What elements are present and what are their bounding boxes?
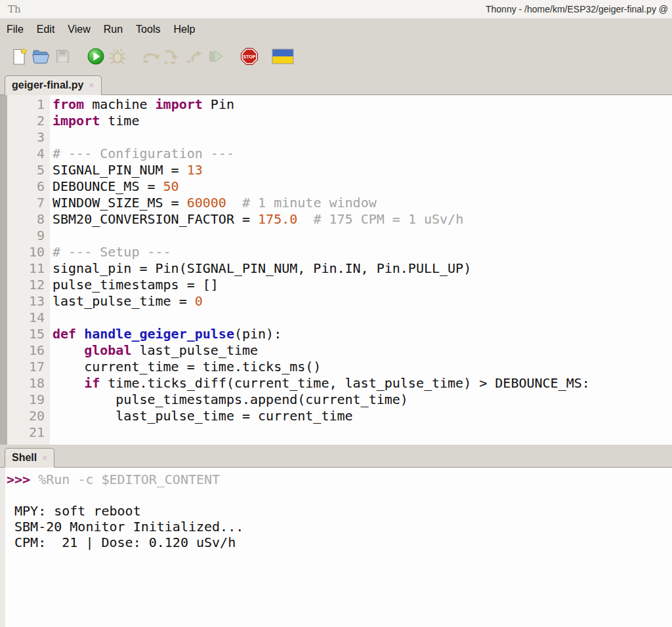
menu-file[interactable]: File xyxy=(0,21,30,38)
menu-view[interactable]: View xyxy=(61,21,96,38)
code-token: # --- Setup --- xyxy=(52,244,171,260)
code-area[interactable]: from machine import Pinimport time# --- … xyxy=(50,95,672,445)
code-line-9[interactable] xyxy=(52,228,672,244)
window-title: Thonny - /home/km/ESP32/geiger-final.py … xyxy=(486,4,668,14)
line-number: 18 xyxy=(7,375,45,392)
code-line-1[interactable]: from machine import Pin xyxy=(52,96,672,113)
line-number: 17 xyxy=(7,359,45,375)
code-token: 60000 xyxy=(187,195,226,211)
line-number: 3 xyxy=(7,129,45,146)
code-line-17[interactable]: current_time = time.ticks_ms() xyxy=(52,359,672,375)
debug-current-script-button xyxy=(108,46,127,67)
line-number: 4 xyxy=(7,146,45,162)
code-line-8[interactable]: SBM20_CONVERSION_FACTOR = 175.0 # 175 CP… xyxy=(52,211,672,228)
code-token: import xyxy=(52,113,100,129)
line-number: 16 xyxy=(7,342,45,359)
toolbar: STOP xyxy=(0,40,672,72)
code-token: SIGNAL_PIN_NUM = xyxy=(52,162,187,178)
line-number-gutter: 123456789101112131415161718192021 xyxy=(7,95,50,445)
run-current-script-icon xyxy=(87,47,105,66)
editor-left-sash xyxy=(0,95,7,445)
shell-panel[interactable]: >>> %Run -c $EDITOR_CONTENT MPY: soft re… xyxy=(0,468,672,627)
toolbar-group xyxy=(86,46,127,67)
code-line-5[interactable]: SIGNAL_PIN_NUM = 13 xyxy=(52,162,672,178)
code-token: # --- Configuration --- xyxy=(52,146,234,161)
code-line-11[interactable]: signal_pin = Pin(SIGNAL_PIN_NUM, Pin.IN,… xyxy=(52,260,672,277)
run-current-script-button[interactable] xyxy=(86,46,106,67)
code-line-12[interactable]: pulse_timestamps = [] xyxy=(52,277,672,293)
code-line-15[interactable]: def handle_geiger_pulse(pin): xyxy=(52,326,672,342)
code-line-21[interactable] xyxy=(52,424,672,441)
code-token: from xyxy=(52,96,84,112)
code-token: pulse_timestamps.append(current_time) xyxy=(52,392,408,407)
menu-bar: FileEditViewRunToolsHelp xyxy=(0,18,672,40)
shell-text: %Run -c $EDITOR_CONTENT xyxy=(38,472,220,487)
code-token: pulse_timestamps = [] xyxy=(52,277,219,293)
line-number: 6 xyxy=(7,178,45,195)
menu-help[interactable]: Help xyxy=(167,21,201,38)
code-token xyxy=(76,326,84,342)
toolbar-group xyxy=(273,46,293,67)
shell-tab-close-icon[interactable]: × xyxy=(42,453,47,463)
shell-line: CPM: 21 | Dose: 0.120 uSv/h xyxy=(7,535,672,550)
code-token: Pin xyxy=(203,96,234,112)
shell-tab-label: Shell xyxy=(12,452,37,464)
step-over-icon xyxy=(141,47,161,66)
toolbar-group xyxy=(141,46,226,67)
code-token: last_pulse_time = xyxy=(52,293,195,309)
code-line-13[interactable]: last_pulse_time = 0 xyxy=(52,293,672,310)
open-file-button[interactable] xyxy=(31,46,51,67)
line-number: 5 xyxy=(7,162,45,178)
code-line-20[interactable]: last_pulse_time = current_time xyxy=(52,408,672,424)
tab-close-icon[interactable]: × xyxy=(89,80,94,91)
tab-shell[interactable]: Shell × xyxy=(5,448,54,468)
step-out-button xyxy=(184,46,204,67)
svg-text:STOP: STOP xyxy=(243,54,256,59)
code-line-18[interactable]: if time.ticks_diff(current_time, last_pu… xyxy=(52,375,672,392)
code-token: time xyxy=(100,113,139,129)
code-token: DEBOUNCE_MS = xyxy=(52,178,163,194)
code-line-4[interactable]: # --- Configuration --- xyxy=(52,146,672,162)
code-line-16[interactable]: global last_pulse_time xyxy=(52,342,672,359)
thonny-window: Th Thonny - /home/km/ESP32/geiger-final.… xyxy=(0,0,672,627)
new-file-button[interactable] xyxy=(9,46,29,67)
ukraine-flag-button[interactable] xyxy=(273,46,293,67)
code-token: (pin): xyxy=(234,326,282,342)
code-line-14[interactable] xyxy=(52,310,672,326)
line-number: 11 xyxy=(7,260,45,277)
code-line-7[interactable]: WINDOW_SIZE_MS = 60000 # 1 minute window xyxy=(52,195,672,211)
shell-text: CPM: 21 | Dose: 0.120 uSv/h xyxy=(7,535,236,550)
step-into-icon xyxy=(163,47,182,66)
code-token: time.ticks_diff(current_time, last_pulse… xyxy=(100,375,590,391)
code-line-19[interactable]: pulse_timestamps.append(current_time) xyxy=(52,392,672,408)
shell-prompt: >>> xyxy=(7,472,38,487)
shell-line: MPY: soft reboot xyxy=(7,503,672,519)
code-line-6[interactable]: DEBOUNCE_MS = 50 xyxy=(52,178,672,195)
stop-restart-button[interactable]: STOP xyxy=(240,46,259,67)
shell-output[interactable]: >>> %Run -c $EDITOR_CONTENT MPY: soft re… xyxy=(5,468,672,627)
shell-line: SBM-20 Monitor Initialized... xyxy=(7,519,672,535)
code-token xyxy=(226,195,242,211)
code-editor[interactable]: 123456789101112131415161718192021 from m… xyxy=(0,95,672,445)
shell-line xyxy=(7,487,672,503)
open-file-icon xyxy=(32,47,50,66)
shell-tab-strip: Shell × xyxy=(0,445,672,468)
line-number: 13 xyxy=(7,293,45,310)
new-file-icon xyxy=(10,47,28,65)
code-token: # 175 CPM = 1 uSv/h xyxy=(313,211,463,227)
code-token: handle_geiger_pulse xyxy=(84,326,234,342)
shell-left-margin xyxy=(0,468,5,627)
menu-run[interactable]: Run xyxy=(97,21,129,38)
code-line-3[interactable] xyxy=(52,129,672,146)
tab-geiger-final-py[interactable]: geiger-final.py × xyxy=(5,75,102,95)
menu-tools[interactable]: Tools xyxy=(129,21,167,38)
code-line-10[interactable]: # --- Setup --- xyxy=(52,244,672,260)
toolbar-group: STOP xyxy=(240,46,259,67)
stop-restart-icon: STOP xyxy=(240,47,259,66)
shell-line: >>> %Run -c $EDITOR_CONTENT xyxy=(7,472,672,487)
menu-edit[interactable]: Edit xyxy=(30,21,62,38)
debug-current-script-icon xyxy=(108,47,127,66)
code-token: WINDOW_SIZE_MS = xyxy=(52,195,187,211)
code-line-2[interactable]: import time xyxy=(52,113,672,129)
resume-icon xyxy=(207,47,224,66)
